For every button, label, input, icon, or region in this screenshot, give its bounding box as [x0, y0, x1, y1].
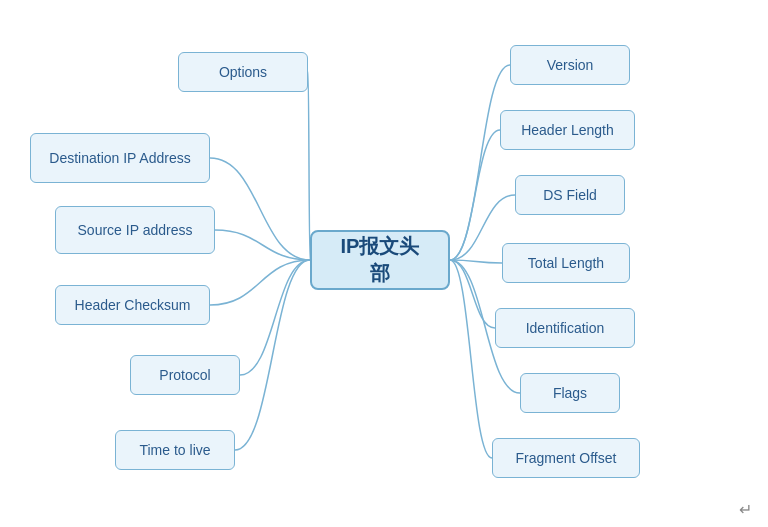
options-label: Options — [219, 64, 267, 80]
time-to-live-label: Time to live — [139, 442, 210, 458]
options-node: Options — [178, 52, 308, 92]
ds-field-node: DS Field — [515, 175, 625, 215]
center-label: IP报文头部 — [332, 233, 428, 287]
center-node: IP报文头部 — [310, 230, 450, 290]
flags-node: Flags — [520, 373, 620, 413]
ds-field-label: DS Field — [543, 187, 597, 203]
flags-label: Flags — [553, 385, 587, 401]
dest-ip-label: Destination IP Address — [49, 150, 190, 166]
header-length-node: Header Length — [500, 110, 635, 150]
version-label: Version — [547, 57, 594, 73]
version-node: Version — [510, 45, 630, 85]
fragment-offset-label: Fragment Offset — [516, 450, 617, 466]
protocol-label: Protocol — [159, 367, 210, 383]
fragment-offset-node: Fragment Offset — [492, 438, 640, 478]
total-length-node: Total Length — [502, 243, 630, 283]
total-length-label: Total Length — [528, 255, 604, 271]
src-ip-node: Source IP address — [55, 206, 215, 254]
mindmap-canvas: IP报文头部 Options Destination IP Address So… — [0, 0, 768, 527]
src-ip-label: Source IP address — [78, 222, 193, 238]
return-arrow: ↵ — [739, 500, 752, 519]
header-checksum-node: Header Checksum — [55, 285, 210, 325]
dest-ip-node: Destination IP Address — [30, 133, 210, 183]
time-to-live-node: Time to live — [115, 430, 235, 470]
header-checksum-label: Header Checksum — [75, 297, 191, 313]
identification-label: Identification — [526, 320, 605, 336]
header-length-label: Header Length — [521, 122, 614, 138]
protocol-node: Protocol — [130, 355, 240, 395]
identification-node: Identification — [495, 308, 635, 348]
